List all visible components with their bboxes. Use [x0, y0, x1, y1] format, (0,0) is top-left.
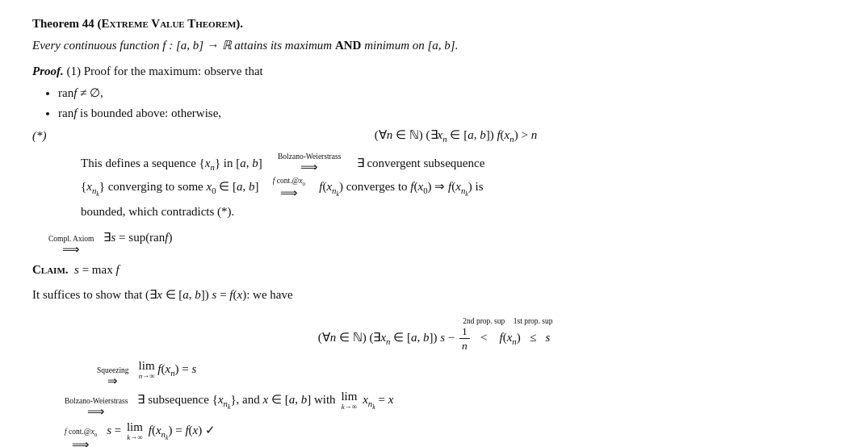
seq-text: This defines a sequence {xn} in [a, b] [81, 157, 262, 169]
squeezing-line: Squeezing ⇒ lim n→∞ f(xn) = s [97, 360, 836, 387]
lt-label: 2nd prop. sup < [480, 328, 487, 347]
bullet-item-2: ranf is bounded above: otherwise, [58, 104, 836, 123]
bullet-list: ranf ≠ ∅, ranf is bounded above: otherwi… [58, 84, 836, 123]
theorem-header: Theorem 44 (Extreme Value Theorem). [32, 15, 836, 33]
star-label: (*) [32, 127, 73, 145]
starred-line: (*) (∀n ∈ ℕ) (∃xn ∈ [a, b]) f(xn) > n [32, 126, 836, 146]
suffices-line: It suffices to show that (∃x ∈ [a, b]) s… [32, 286, 836, 304]
squeezing-arrow: Squeezing ⇒ [97, 366, 129, 387]
ineq-line: (∀n ∈ ℕ) (∃xn ∈ [a, b]) s − 1 n 2nd prop… [32, 310, 836, 353]
squeezing-result: lim n→∞ f(xn) = s [139, 360, 197, 381]
theorem-number: 44 [82, 17, 94, 30]
star-formula: (∀n ∈ ℕ) (∃xn ∈ [a, b]) f(xn) > n [76, 126, 836, 146]
converging-line: {xnk} converging to some x0 ∈ [a, b] f c… [81, 177, 836, 199]
theorem-title: Extreme Value Theorem [102, 17, 237, 30]
compl-result: ∃s = sup(ranf) [103, 228, 172, 247]
theorem-word: Theorem [32, 17, 82, 30]
bw2-arrow: Bolzano-Weierstrass ⟹ [65, 397, 128, 418]
leq-label: 1st prop. sup ≤ [530, 328, 536, 347]
bw-sequence-line: This defines a sequence {xn} in [a, b] B… [81, 152, 836, 173]
bw2-result: ∃ subsequence {xnk}, and x ∈ [a, b] with… [137, 391, 393, 412]
proof-intro: Proof. (1) Proof for the maximum: observ… [32, 62, 836, 81]
bw-arrow: Bolzano-Weierstrass ⟹ [278, 152, 341, 173]
bounded-contradicts: bounded, which contradicts (*). [81, 203, 836, 221]
bw-result: ∃ convergent subsequence [357, 157, 485, 169]
compl-arrow: Compl. Axiom ⟹ [48, 235, 94, 256]
compl-axiom-line: Compl. Axiom ⟹ ∃s = sup(ranf) [48, 228, 836, 256]
theorem-paren-close: ). [236, 17, 243, 30]
theorem-statement: Every continuous function f : [a, b] → ℝ… [32, 36, 836, 55]
claim-line: Claim. s = max f [32, 261, 836, 279]
cont-arrow: f cont.@x0 ⟹ [273, 177, 305, 199]
claim-label: Claim. [32, 263, 69, 276]
cont2-arrow: f cont.@x0 ⟹ [65, 428, 97, 447]
bullet-item-1: ranf ≠ ∅, [58, 84, 836, 102]
theorem-container: Theorem 44 (Extreme Value Theorem). Ever… [32, 15, 836, 447]
cont2-result: s = lim k→∞ f(xnk) = f(x) ✓ [107, 421, 216, 443]
bw2-line: Bolzano-Weierstrass ⟹ ∃ subsequence {xnk… [65, 391, 836, 418]
cont2-line: f cont.@x0 ⟹ s = lim k→∞ f(xnk) = f(x) ✓ [65, 421, 836, 447]
